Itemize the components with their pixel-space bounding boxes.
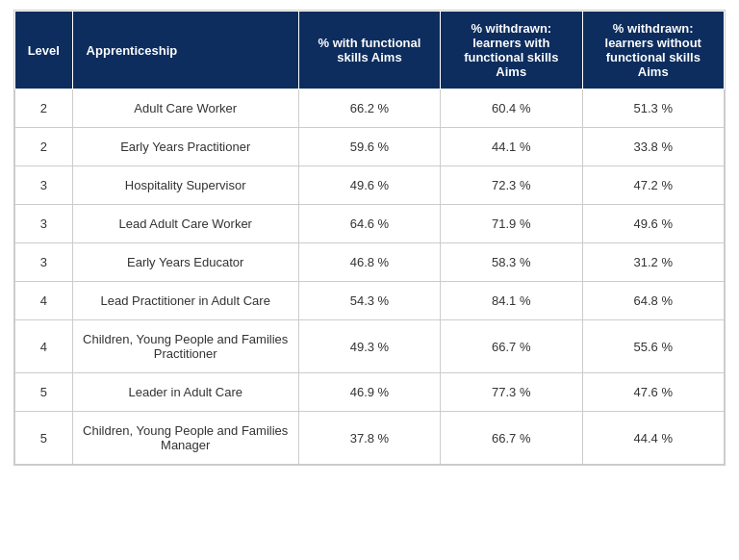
table-row: 4Lead Practitioner in Adult Care54.3 %84… xyxy=(15,282,725,320)
table-row: 5Leader in Adult Care46.9 %77.3 %47.6 % xyxy=(15,373,725,412)
table-header-row: Level Apprenticeship % with functional s… xyxy=(15,12,725,89)
cell-pct-withdrawn-without-fs: 44.4 % xyxy=(582,412,725,465)
cell-pct-withdrawn-without-fs: 47.6 % xyxy=(582,373,725,412)
table-row: 2Early Years Practitioner59.6 %44.1 %33.… xyxy=(15,128,725,166)
cell-level: 5 xyxy=(15,412,73,465)
cell-pct-withdrawn-without-fs: 51.3 % xyxy=(582,89,725,128)
cell-level: 4 xyxy=(15,282,73,320)
cell-level: 4 xyxy=(15,320,73,373)
cell-pct-withdrawn-without-fs: 64.8 % xyxy=(582,282,725,320)
cell-pct-withdrawn-without-fs: 33.8 % xyxy=(582,128,725,166)
cell-apprenticeship: Early Years Practitioner xyxy=(72,128,298,166)
cell-apprenticeship: Children, Young People and Families Mana… xyxy=(72,412,298,465)
cell-level: 5 xyxy=(15,373,73,412)
cell-level: 3 xyxy=(15,205,73,243)
cell-pct-withdrawn-with-fs: 71.9 % xyxy=(441,205,582,243)
cell-pct-withdrawn-without-fs: 31.2 % xyxy=(582,243,725,282)
cell-pct-withdrawn-without-fs: 47.2 % xyxy=(582,166,725,205)
table-row: 3Lead Adult Care Worker64.6 %71.9 %49.6 … xyxy=(15,205,725,243)
cell-pct-with-fs: 54.3 % xyxy=(298,282,440,320)
cell-pct-withdrawn-without-fs: 55.6 % xyxy=(582,320,725,373)
cell-apprenticeship: Adult Care Worker xyxy=(72,89,298,128)
cell-level: 2 xyxy=(15,89,73,128)
table-row: 2Adult Care Worker66.2 %60.4 %51.3 % xyxy=(15,89,725,128)
col-header-level: Level xyxy=(15,12,73,89)
cell-pct-with-fs: 46.9 % xyxy=(298,373,440,412)
cell-pct-withdrawn-with-fs: 58.3 % xyxy=(441,243,582,282)
cell-pct-withdrawn-with-fs: 72.3 % xyxy=(441,166,582,205)
cell-level: 3 xyxy=(15,243,73,282)
table-row: 4Children, Young People and Families Pra… xyxy=(15,320,725,373)
cell-pct-with-fs: 49.6 % xyxy=(298,166,440,205)
col-header-pct-withdrawn-with-fs: % withdrawn: learners with functional sk… xyxy=(441,12,582,89)
cell-pct-withdrawn-with-fs: 66.7 % xyxy=(441,320,582,373)
col-header-pct-withdrawn-without-fs: % withdrawn: learners without functional… xyxy=(582,12,725,89)
cell-pct-with-fs: 49.3 % xyxy=(298,320,440,373)
cell-pct-with-fs: 64.6 % xyxy=(298,205,440,243)
cell-apprenticeship: Children, Young People and Families Prac… xyxy=(72,320,298,373)
col-header-apprenticeship: Apprenticeship xyxy=(72,12,298,89)
table-body: 2Adult Care Worker66.2 %60.4 %51.3 %2Ear… xyxy=(15,89,725,465)
cell-pct-withdrawn-with-fs: 84.1 % xyxy=(441,282,582,320)
cell-pct-with-fs: 66.2 % xyxy=(298,89,440,128)
cell-apprenticeship: Hospitality Supervisor xyxy=(72,166,298,205)
cell-pct-withdrawn-with-fs: 60.4 % xyxy=(441,89,582,128)
apprenticeship-table: Level Apprenticeship % with functional s… xyxy=(14,11,725,465)
cell-apprenticeship: Lead Practitioner in Adult Care xyxy=(72,282,298,320)
cell-pct-with-fs: 46.8 % xyxy=(298,243,440,282)
cell-pct-with-fs: 59.6 % xyxy=(298,128,440,166)
cell-pct-withdrawn-with-fs: 66.7 % xyxy=(441,412,582,465)
cell-apprenticeship: Early Years Educator xyxy=(72,243,298,282)
cell-level: 3 xyxy=(15,166,73,205)
cell-level: 2 xyxy=(15,128,73,166)
cell-pct-withdrawn-with-fs: 77.3 % xyxy=(441,373,582,412)
table-row: 5Children, Young People and Families Man… xyxy=(15,412,725,465)
main-table-container: Level Apprenticeship % with functional s… xyxy=(13,10,726,466)
cell-apprenticeship: Leader in Adult Care xyxy=(72,373,298,412)
table-row: 3Early Years Educator46.8 %58.3 %31.2 % xyxy=(15,243,725,282)
cell-pct-with-fs: 37.8 % xyxy=(298,412,440,465)
cell-apprenticeship: Lead Adult Care Worker xyxy=(72,205,298,243)
col-header-pct-with-fs: % with functional skills Aims xyxy=(298,12,440,89)
cell-pct-withdrawn-without-fs: 49.6 % xyxy=(582,205,725,243)
cell-pct-withdrawn-with-fs: 44.1 % xyxy=(441,128,582,166)
table-row: 3Hospitality Supervisor49.6 %72.3 %47.2 … xyxy=(15,166,725,205)
